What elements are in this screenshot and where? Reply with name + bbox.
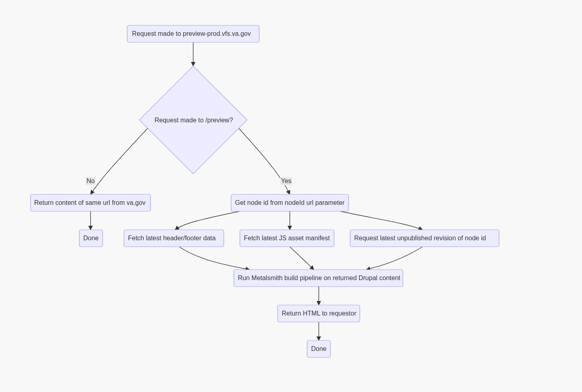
node-fetch-hf-label: Fetch latest header/footer data [128, 235, 216, 241]
node-get-node: Get node id from nodeId url parameter [231, 194, 349, 211]
node-start-label: Request made to preview-prod.vfs.va.gov [132, 30, 251, 37]
node-metalsmith: Run Metalsmith build pipeline on returne… [234, 270, 403, 287]
node-fetch-js-label: Fetch latest JS asset manifest [244, 235, 330, 241]
edge-label-yes: Yes [281, 177, 291, 184]
node-no-return-label: Return content of same url from va.gov [34, 199, 146, 206]
node-no-done-label: Done [83, 235, 99, 241]
node-fetch-js: Fetch latest JS asset manifest [240, 230, 334, 247]
node-start: Request made to preview-prod.vfs.va.gov [127, 25, 259, 42]
flowchart-canvas: No Yes Request made to [0, 0, 582, 392]
node-fetch-hf: Fetch latest header/footer data [124, 230, 224, 247]
node-yes-done: Done [307, 340, 330, 357]
node-fetch-rev: Request latest unpublished revision of n… [350, 230, 499, 247]
edge-get_node-fetch_hf [175, 211, 239, 230]
edge-fetch_hf-metalsmith [179, 247, 250, 270]
edge-fetch_rev-metalsmith [366, 247, 423, 270]
edge-decision-no_return: No [86, 121, 155, 194]
edge-get_node-fetch_rev [340, 211, 423, 230]
node-metalsmith-label: Run Metalsmith build pipeline on returne… [238, 274, 400, 281]
edge-decision-get_node: Yes [232, 121, 292, 194]
node-ret-html: Return HTML to requestor [278, 305, 360, 322]
node-decision: Request made to /preview? [139, 66, 247, 174]
node-get-node-label: Get node id from nodeId url parameter [235, 199, 345, 206]
node-yes-done-label: Done [311, 345, 326, 352]
node-ret-html-label: Return HTML to requestor [282, 310, 357, 317]
edge-fetch_js-metalsmith [290, 247, 314, 270]
node-no-done: Done [79, 230, 103, 247]
node-no-return: Return content of same url from va.gov [31, 194, 151, 211]
node-decision-label: Request made to /preview? [155, 117, 233, 124]
node-fetch-rev-label: Request latest unpublished revision of n… [354, 235, 486, 241]
edge-label-no: No [87, 177, 95, 184]
